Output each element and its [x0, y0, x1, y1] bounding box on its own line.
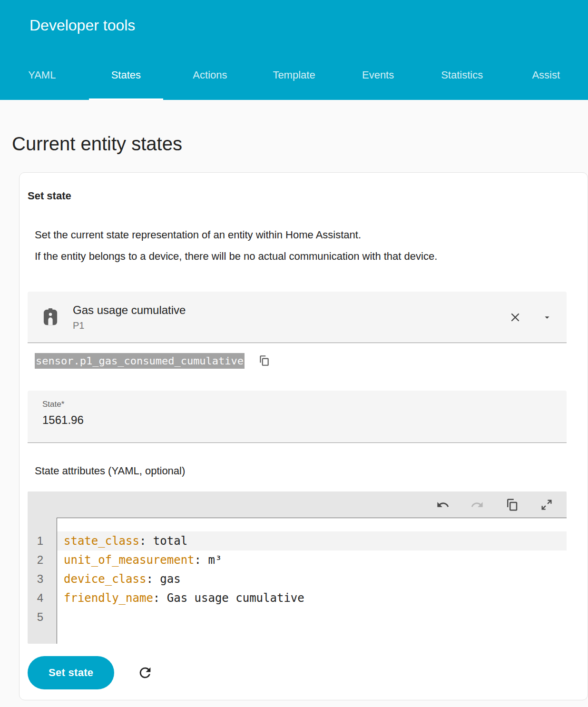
code-line: [57, 608, 567, 627]
line-number: 3: [28, 570, 43, 589]
clear-entity-button[interactable]: [507, 309, 524, 326]
line-number: 2: [28, 550, 43, 570]
tab-actions[interactable]: Actions: [168, 50, 252, 100]
app-header: Developer tools YAML States Actions Temp…: [0, 0, 588, 100]
code-line: state_class: total: [57, 531, 567, 550]
card-heading: Set state: [28, 190, 567, 202]
editor-toolbar: [28, 491, 567, 518]
main-content: Current entity states Set state Set the …: [0, 132, 588, 700]
tab-states[interactable]: States: [84, 50, 168, 100]
yaml-editor: 1 2 3 4 5 state_class: total unit_of_mea…: [28, 491, 567, 644]
entity-secondary: P1: [73, 320, 507, 331]
attributes-label: State attributes (YAML, optional): [35, 465, 567, 477]
line-number: 5: [28, 608, 43, 627]
entity-id-row: sensor.p1_gas_consumed_cumulative: [35, 353, 567, 369]
entity-dropdown-button[interactable]: [540, 310, 554, 324]
page-title: Current entity states: [12, 132, 588, 155]
redo-button[interactable]: [469, 496, 486, 513]
code-line: unit_of_measurement: m³: [57, 550, 567, 570]
tab-yaml[interactable]: YAML: [0, 50, 84, 100]
undo-icon: [436, 498, 450, 511]
close-icon: [509, 311, 522, 324]
app-title: Developer tools: [29, 17, 135, 34]
code-line: device_class: gas: [57, 570, 567, 589]
caret-down-icon: [542, 312, 552, 323]
copy-icon: [258, 354, 270, 367]
card-description-line1: Set the current state representation of …: [35, 224, 567, 245]
refresh-button[interactable]: [135, 663, 155, 683]
expand-icon: [540, 498, 553, 511]
fullscreen-button[interactable]: [538, 496, 555, 513]
tab-statistics[interactable]: Statistics: [420, 50, 504, 100]
tab-events[interactable]: Events: [336, 50, 420, 100]
entity-id-text: sensor.p1_gas_consumed_cumulative: [35, 353, 245, 369]
copy-icon: [505, 498, 519, 512]
code-line: friendly_name: Gas usage cumulative: [57, 589, 567, 608]
entity-picker[interactable]: Gas usage cumulative P1: [28, 292, 567, 343]
refresh-icon: [137, 665, 153, 681]
set-state-button[interactable]: Set state: [28, 656, 114, 689]
card-description-line2: If the entity belongs to a device, there…: [35, 245, 567, 267]
copy-entity-id-button[interactable]: [256, 353, 272, 369]
tab-assist[interactable]: Assist: [504, 50, 588, 100]
actions-row: Set state: [28, 656, 567, 690]
tab-template[interactable]: Template: [252, 50, 336, 100]
editor-body: 1 2 3 4 5 state_class: total unit_of_mea…: [28, 518, 567, 644]
line-number-gutter: 1 2 3 4 5: [28, 518, 57, 644]
state-input[interactable]: [42, 413, 540, 427]
line-number: 1: [28, 531, 43, 550]
entity-texts: Gas usage cumulative P1: [73, 304, 507, 331]
gas-meter-icon: [42, 308, 64, 326]
tab-bar: YAML States Actions Template Events Stat…: [0, 50, 588, 100]
undo-button[interactable]: [434, 496, 451, 513]
entity-name: Gas usage cumulative: [73, 304, 507, 317]
redo-icon: [470, 498, 484, 511]
code-area[interactable]: state_class: total unit_of_measurement: …: [57, 518, 567, 644]
set-state-card: Set state Set the current state represen…: [19, 172, 588, 700]
state-input-label: State*: [42, 400, 567, 409]
line-number: 4: [28, 589, 43, 608]
copy-contents-button[interactable]: [503, 496, 521, 514]
state-input-field[interactable]: State*: [28, 391, 567, 443]
